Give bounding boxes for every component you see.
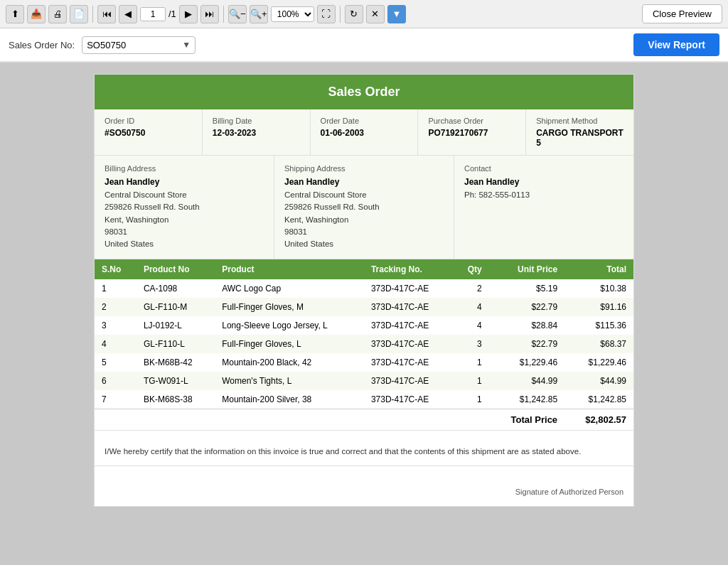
order-date-value: 01-06-2003 — [321, 128, 408, 138]
cell-product-no: BK-M68S-38 — [136, 390, 215, 409]
order-id-label: Order ID — [105, 117, 192, 125]
billing-address-label: Billing Address — [105, 164, 264, 173]
upload-icon[interactable]: ⬆ — [6, 5, 24, 23]
filter-icon[interactable]: ▼ — [387, 5, 406, 23]
table-row: 5 BK-M68B-42 Mountain-200 Black, 42 373D… — [95, 353, 633, 372]
cell-sno: 7 — [95, 390, 136, 409]
contact-label: Contact — [464, 164, 623, 173]
cell-qty: 1 — [454, 353, 489, 372]
cell-product-no: CA-1098 — [136, 279, 215, 298]
cell-product: Full-Finger Gloves, L — [215, 335, 364, 353]
fit-page-icon[interactable]: ⛶ — [317, 5, 336, 23]
cell-product-no: LJ-0192-L — [136, 316, 215, 335]
billing-address-line3: Kent, Washington — [105, 214, 264, 226]
order-date-label: Order Date — [321, 117, 408, 125]
purchase-order-label: Purchase Order — [428, 117, 515, 125]
purchase-order-value: PO7192170677 — [428, 128, 515, 138]
order-id-value: #SO50750 — [105, 128, 192, 138]
shipment-method-value: CARGO TRANSPORT 5 — [536, 128, 623, 148]
total-spacer — [95, 409, 489, 431]
cell-tracking: 373D-417C-AE — [364, 390, 454, 409]
zoom-out-icon[interactable]: 🔍− — [228, 5, 247, 23]
cell-product-no: GL-F110-M — [136, 298, 215, 316]
cell-tracking: 373D-417C-AE — [364, 372, 454, 390]
col-total: Total — [564, 259, 633, 279]
cell-unit-price: $1,242.85 — [489, 390, 564, 409]
cell-sno: 6 — [95, 372, 136, 390]
cell-sno: 4 — [95, 335, 136, 353]
billing-date-label: Billing Date — [213, 117, 300, 125]
download-icon[interactable]: 📥 — [27, 5, 46, 23]
cell-product-no: GL-F110-L — [136, 335, 215, 353]
first-page-icon[interactable]: ⏮ — [97, 5, 116, 23]
cell-product: AWC Logo Cap — [215, 279, 364, 298]
order-id-cell: Order ID #SO50750 — [95, 109, 203, 155]
cell-product: Mountain-200 Black, 42 — [215, 353, 364, 372]
shipping-address-cell: Shipping Address Jean Handley Central Di… — [274, 156, 454, 259]
cell-tracking: 373D-417C-AE — [364, 335, 454, 353]
col-qty: Qty — [454, 259, 489, 279]
zoom-in-icon[interactable]: 🔍+ — [250, 5, 268, 23]
billing-address-line2: 259826 Russell Rd. South — [105, 201, 264, 213]
cell-unit-price: $28.84 — [489, 316, 564, 335]
view-report-button[interactable]: View Report — [633, 33, 719, 56]
page-number-input[interactable]: 1 — [140, 7, 166, 21]
cell-qty: 4 — [454, 298, 489, 316]
sep2 — [223, 6, 224, 23]
order-table: S.No Product No Product Tracking No. Qty… — [95, 259, 633, 430]
cell-qty: 2 — [454, 279, 489, 298]
cell-tracking: 373D-417C-AE — [364, 279, 454, 298]
billing-address-line5: United States — [105, 238, 264, 250]
cell-tracking: 373D-417C-AE — [364, 353, 454, 372]
cell-qty: 1 — [454, 390, 489, 409]
prev-page-icon[interactable]: ◀ — [119, 5, 137, 23]
close-preview-button[interactable]: Close Preview — [642, 4, 722, 23]
billing-date-cell: Billing Date 12-03-2023 — [203, 109, 311, 155]
cell-product: Full-Finger Gloves, M — [215, 298, 364, 316]
cell-total: $91.16 — [564, 298, 633, 316]
cell-qty: 1 — [454, 372, 489, 390]
shipping-address-line4: 98031 — [284, 226, 444, 238]
export-icon[interactable]: 📄 — [70, 5, 88, 23]
cell-sno: 5 — [95, 353, 136, 372]
cell-total: $68.37 — [564, 335, 633, 353]
close-icon[interactable]: ✕ — [366, 5, 385, 23]
col-tracking: Tracking No. — [364, 259, 454, 279]
certification-section: I/We hereby certify that the information… — [95, 430, 633, 465]
cell-unit-price: $44.99 — [489, 372, 564, 390]
print-icon[interactable]: 🖨 — [48, 5, 67, 23]
table-row: 2 GL-F110-M Full-Finger Gloves, M 373D-4… — [95, 298, 633, 316]
table-row: 1 CA-1098 AWC Logo Cap 373D-417C-AE 2 $5… — [95, 279, 633, 298]
certification-text: I/We hereby certify that the information… — [105, 445, 623, 458]
total-value: $2,802.57 — [564, 409, 633, 431]
total-row: Total Price $2,802.57 — [95, 409, 633, 431]
zoom-select[interactable]: 100% 75% 150% — [271, 6, 314, 22]
filter-row: Sales Order No: SO50750 ▼ View Report — [0, 28, 728, 63]
sales-order-select[interactable]: SO50750 ▼ — [82, 36, 196, 54]
cell-product: Mountain-200 Silver, 38 — [215, 390, 364, 409]
cell-unit-price: $22.79 — [489, 335, 564, 353]
address-section: Billing Address Jean Handley Central Dis… — [95, 156, 633, 259]
cell-sno: 2 — [95, 298, 136, 316]
report-title: Sales Order — [95, 75, 633, 109]
table-row: 7 BK-M68S-38 Mountain-200 Silver, 38 373… — [95, 390, 633, 409]
last-page-icon[interactable]: ⏭ — [200, 5, 219, 23]
refresh-icon[interactable]: ↻ — [345, 5, 363, 23]
signature-section: Signature of Authorized Person — [95, 466, 633, 506]
main-toolbar: ⬆ 📥 🖨 📄 ⏮ ◀ 1 /1 ▶ ⏭ 🔍− 🔍+ 100% 75% 150%… — [0, 0, 728, 28]
shipping-address-line2: 259826 Russell Rd. South — [284, 201, 444, 213]
next-page-icon[interactable]: ▶ — [179, 5, 198, 23]
cell-product-no: TG-W091-L — [136, 372, 215, 390]
table-row: 4 GL-F110-L Full-Finger Gloves, L 373D-4… — [95, 335, 633, 353]
col-product-no: Product No — [136, 259, 215, 279]
signature-label: Signature of Authorized Person — [515, 488, 623, 496]
order-table-body: 1 CA-1098 AWC Logo Cap 373D-417C-AE 2 $5… — [95, 279, 633, 409]
billing-address-cell: Billing Address Jean Handley Central Dis… — [95, 156, 274, 259]
contact-cell: Contact Jean Handley Ph: 582-555-0113 — [454, 156, 633, 259]
shipping-address-line5: United States — [284, 238, 444, 250]
cell-total: $1,229.46 — [564, 353, 633, 372]
shipment-method-label: Shipment Method — [536, 117, 623, 125]
col-product: Product — [215, 259, 364, 279]
cell-product: Long-Sleeve Logo Jersey, L — [215, 316, 364, 335]
shipping-address-name: Jean Handley — [284, 177, 444, 187]
